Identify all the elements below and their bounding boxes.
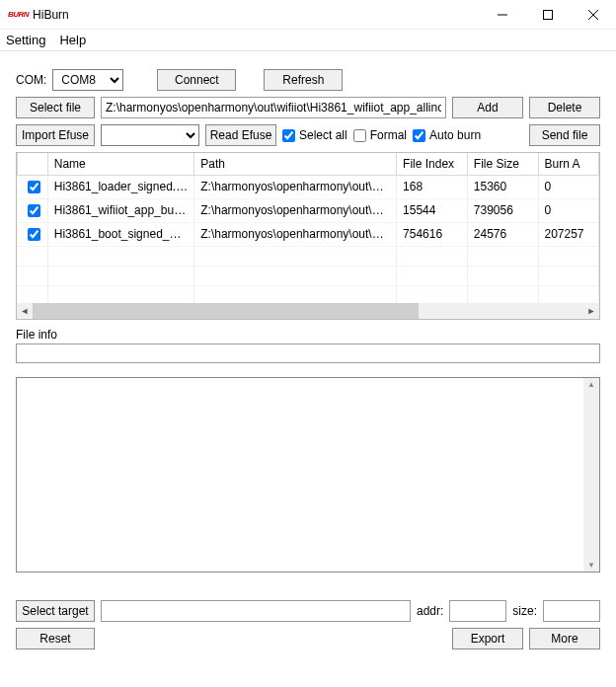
log-vertical-scrollbar[interactable]: ▲ ▼ xyxy=(583,378,599,572)
file-info-label: File info xyxy=(16,328,600,342)
col-header-name[interactable]: Name xyxy=(47,153,194,175)
select-all-checkbox[interactable]: Select all xyxy=(282,128,347,142)
cell-name: Hi3861_loader_signed.bin xyxy=(47,175,194,198)
cell-file-size: 739056 xyxy=(467,198,538,222)
connect-button[interactable]: Connect xyxy=(157,69,236,91)
menu-help[interactable]: Help xyxy=(59,33,86,47)
table-row-empty xyxy=(18,266,599,285)
svg-rect-1 xyxy=(544,10,553,19)
cell-burn-addr: 207257 xyxy=(538,222,599,246)
row-checkbox[interactable] xyxy=(28,181,40,193)
menu-setting[interactable]: Setting xyxy=(6,33,45,47)
com-label: COM: xyxy=(16,73,46,87)
window-title: HiBurn xyxy=(33,8,69,22)
table-row-empty xyxy=(18,285,599,305)
cell-file-index: 168 xyxy=(397,175,468,198)
col-header-file-index[interactable]: File Index xyxy=(397,153,468,175)
auto-burn-checkbox[interactable]: Auto burn xyxy=(413,128,481,142)
cell-path: Z:\harmonyos\openharmony\out\wifii... xyxy=(194,222,397,246)
com-select[interactable]: COM8 xyxy=(52,69,123,91)
col-header-path[interactable]: Path xyxy=(194,153,397,175)
add-button[interactable]: Add xyxy=(452,97,523,118)
efuse-row: Import Efuse Read Efuse Select all Forma… xyxy=(16,124,600,146)
com-row: COM: COM8 Connect Refresh xyxy=(16,69,600,91)
send-file-button[interactable]: Send file xyxy=(529,124,600,146)
addr-input[interactable] xyxy=(449,600,506,622)
cell-file-size: 15360 xyxy=(467,175,538,198)
scroll-up-icon[interactable]: ▲ xyxy=(587,380,595,389)
read-efuse-button[interactable]: Read Efuse xyxy=(205,124,276,146)
row-checkbox[interactable] xyxy=(28,228,40,241)
menubar: Setting Help xyxy=(0,30,616,51)
select-file-button[interactable]: Select file xyxy=(16,97,95,118)
import-efuse-button[interactable]: Import Efuse xyxy=(16,124,95,146)
delete-button[interactable]: Delete xyxy=(529,97,600,118)
table-row[interactable]: Hi3861_wifiiot_app_burn...Z:\harmonyos\o… xyxy=(18,198,599,222)
table-row-empty xyxy=(18,246,599,266)
table-row[interactable]: Hi3861_loader_signed.binZ:\harmonyos\ope… xyxy=(18,175,599,198)
cell-path: Z:\harmonyos\openharmony\out\wifii... xyxy=(194,198,397,222)
formal-checkbox[interactable]: Formal xyxy=(353,128,407,142)
target-path-input[interactable] xyxy=(101,600,411,622)
addr-label: addr: xyxy=(417,604,443,618)
table-horizontal-scrollbar[interactable]: ◄ ► xyxy=(17,303,599,319)
scroll-down-icon[interactable]: ▼ xyxy=(587,561,595,570)
scroll-right-icon[interactable]: ► xyxy=(583,303,599,319)
cell-name: Hi3861_wifiiot_app_burn... xyxy=(47,198,194,222)
close-button[interactable] xyxy=(571,0,616,30)
export-button[interactable]: Export xyxy=(452,628,523,649)
reset-button[interactable]: Reset xyxy=(16,628,95,649)
refresh-button[interactable]: Refresh xyxy=(264,69,343,91)
cell-path: Z:\harmonyos\openharmony\out\wifii... xyxy=(194,175,397,198)
table-row[interactable]: Hi3861_boot_signed_B.binZ:\harmonyos\ope… xyxy=(18,222,599,246)
maximize-button[interactable] xyxy=(525,0,571,30)
file-info-box xyxy=(16,344,600,363)
size-input[interactable] xyxy=(543,600,600,622)
more-button[interactable]: More xyxy=(529,628,600,649)
cell-burn-addr: 0 xyxy=(538,198,599,222)
cell-file-index: 754616 xyxy=(397,222,468,246)
select-target-button[interactable]: Select target xyxy=(16,600,95,622)
size-label: size: xyxy=(512,604,537,618)
cell-file-index: 15544 xyxy=(397,198,468,222)
app-logo: BURN xyxy=(8,10,29,19)
row-checkbox[interactable] xyxy=(28,204,40,217)
cell-name: Hi3861_boot_signed_B.bin xyxy=(47,222,194,246)
target-row: Select target addr: size: xyxy=(16,600,600,622)
bottom-button-row: Reset Export More xyxy=(16,628,600,649)
file-path-input[interactable] xyxy=(101,97,446,118)
minimize-button[interactable] xyxy=(480,0,525,30)
table-header-row: Name Path File Index File Size Burn A xyxy=(18,153,599,175)
titlebar: BURN HiBurn xyxy=(0,0,616,30)
scroll-left-icon[interactable]: ◄ xyxy=(17,303,33,319)
col-header-burn-addr[interactable]: Burn A xyxy=(538,153,599,175)
efuse-select[interactable] xyxy=(101,124,199,146)
cell-file-size: 24576 xyxy=(467,222,538,246)
cell-burn-addr: 0 xyxy=(538,175,599,198)
col-header-file-size[interactable]: File Size xyxy=(467,153,538,175)
file-row: Select file Add Delete xyxy=(16,97,600,118)
col-header-check[interactable] xyxy=(18,153,48,175)
log-textarea[interactable]: ▲ ▼ xyxy=(16,377,600,572)
file-table: Name Path File Index File Size Burn A Hi… xyxy=(16,152,600,320)
